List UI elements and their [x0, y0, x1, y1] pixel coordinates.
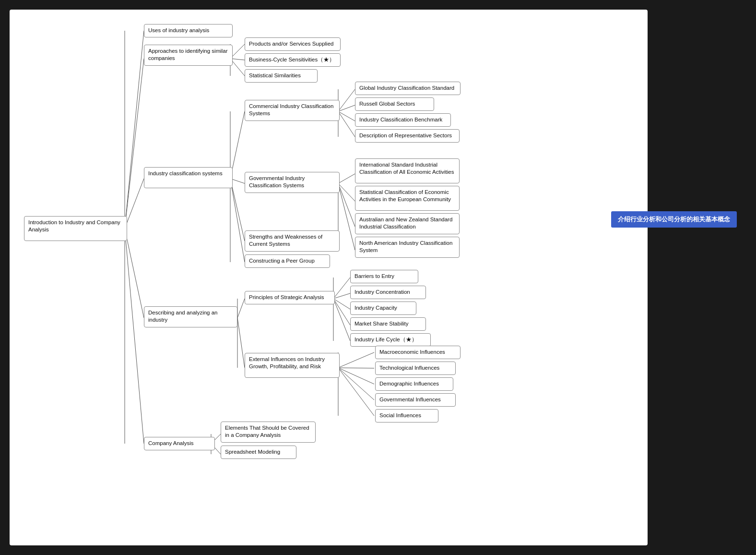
principles-node: Principles of Strategic Analysis	[245, 291, 335, 304]
gov-node: Governmental Influences	[375, 393, 456, 407]
desc-rep-node: Description of Representative Sectors	[355, 129, 460, 143]
chinese-label: 介绍行业分析和公司分析的相关基本概念	[611, 211, 737, 228]
svg-line-4	[125, 229, 144, 444]
aus-nz-node: Australian and New Zealand Standard Indu…	[355, 213, 460, 234]
svg-line-34	[338, 352, 374, 368]
north-american-node: North American Industry Classification S…	[355, 237, 460, 258]
svg-line-29	[333, 293, 350, 299]
svg-line-12	[230, 179, 245, 241]
svg-line-0	[125, 31, 144, 229]
svg-line-23	[338, 183, 355, 250]
svg-line-28	[333, 278, 350, 299]
svg-line-20	[338, 174, 355, 183]
elements-node: Elements That Should be Covered in a Com…	[221, 422, 316, 443]
market-share-node: Market Share Stability	[350, 317, 426, 331]
demo-node: Demographic Influences	[375, 377, 453, 391]
describing-node: Describing and analyzing an industry	[144, 306, 237, 327]
constructing-node: Constructing a Peer Group	[245, 254, 330, 268]
commercial-node: Commercial Industry Classification Syste…	[245, 100, 340, 121]
svg-line-13	[230, 179, 245, 262]
uses-node: Uses of industry analysis	[144, 24, 233, 37]
russell-node: Russell Global Sectors	[355, 97, 434, 111]
macro-node: Macroeconomic Influences	[375, 346, 461, 359]
svg-line-25	[237, 299, 245, 318]
svg-line-17	[338, 111, 355, 121]
svg-line-1	[125, 59, 144, 229]
statistical-node: Statistical Similarities	[245, 69, 318, 83]
ind-class-bench-node: Industry Classification Benchmark	[355, 113, 451, 127]
global-ind-node: Global Industry Classification Standard	[355, 82, 461, 95]
connectors-svg	[10, 10, 648, 545]
intl-standard-node: International Standard Industrial Classi…	[355, 158, 460, 183]
svg-line-26	[237, 318, 245, 368]
approaches-node: Approaches to identifying similar compan…	[144, 45, 233, 66]
external-node: External Influences on Industry Growth, …	[245, 353, 340, 378]
strengths-node: Strengths and Weaknesses of Current Syst…	[245, 230, 340, 252]
products-node: Products and/or Services Supplied	[245, 37, 341, 51]
svg-line-21	[338, 183, 355, 201]
svg-line-3	[125, 229, 144, 318]
canvas: Introduction to Industry and Company Ana…	[10, 10, 648, 545]
spreadsheet-node: Spreadsheet Modeling	[221, 446, 296, 459]
industry-class-node: Industry classification systems	[144, 167, 233, 188]
statistical-class-node: Statistical Classification of Economic A…	[355, 186, 460, 211]
svg-line-16	[338, 105, 355, 111]
svg-line-2	[125, 179, 144, 229]
social-node: Social Influences	[375, 409, 438, 422]
barriers-node: Barriers to Entry	[350, 270, 418, 283]
svg-line-18	[338, 111, 355, 137]
svg-line-30	[333, 299, 350, 309]
svg-line-36	[338, 368, 374, 384]
svg-line-38	[338, 368, 374, 416]
ind-life-node: Industry Life Cycle（★）	[350, 333, 431, 347]
svg-line-31	[333, 299, 350, 325]
svg-line-15	[338, 89, 355, 111]
svg-line-35	[338, 368, 374, 368]
ind-concentration-node: Industry Concentration	[350, 286, 426, 299]
svg-line-22	[338, 183, 355, 227]
svg-line-37	[338, 368, 374, 400]
tech-node: Technological Influences	[375, 362, 456, 375]
svg-line-32	[333, 299, 350, 341]
company-analysis-node: Company Analysis	[144, 437, 215, 450]
diagram-container: Introduction to Industry and Company Ana…	[0, 0, 756, 555]
root-node: Introduction to Industry and Company Ana…	[24, 216, 127, 241]
business-cycle-node: Business-Cycle Sensitivities（★）	[245, 53, 341, 67]
ind-capacity-node: Industry Capacity	[350, 302, 416, 315]
governmental-node: Governmental Industry Classification Sys…	[245, 172, 340, 193]
